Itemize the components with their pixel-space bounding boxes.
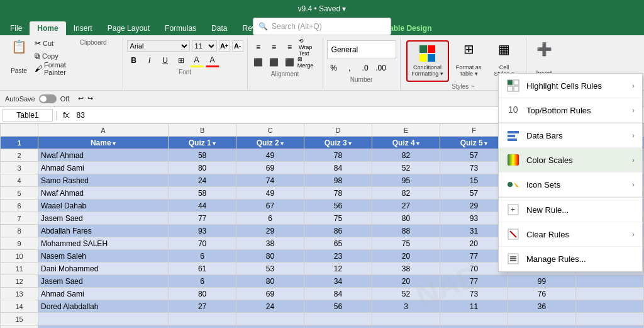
- wrap-text-button[interactable]: ⟲ Wrap Text: [299, 40, 313, 54]
- cut-button[interactable]: ✂ Cut: [33, 38, 68, 49]
- list-item[interactable]: [236, 325, 304, 329]
- tab-insert[interactable]: Insert: [66, 21, 100, 35]
- underline-button[interactable]: U: [158, 54, 172, 67]
- list-item[interactable]: 76: [508, 288, 575, 300]
- increase-font-button[interactable]: A+: [219, 40, 230, 52]
- list-item[interactable]: 69: [236, 162, 304, 174]
- list-item[interactable]: 61: [169, 263, 236, 275]
- list-item[interactable]: [169, 313, 236, 325]
- list-item[interactable]: 65: [304, 237, 372, 250]
- list-item[interactable]: 38: [236, 237, 304, 250]
- list-item[interactable]: Waael Dahab: [38, 200, 169, 212]
- align-top-center-button[interactable]: ≡: [267, 40, 281, 54]
- list-item[interactable]: Nwaf Ahmad: [38, 149, 169, 162]
- list-item[interactable]: Ahmad Sami: [38, 162, 169, 174]
- merge-center-button[interactable]: ⊠ Merge: [299, 55, 313, 69]
- list-item[interactable]: Dani Mohammed: [38, 263, 169, 275]
- list-item[interactable]: [575, 300, 643, 313]
- list-item[interactable]: [508, 313, 575, 325]
- list-item[interactable]: [236, 313, 304, 325]
- list-item[interactable]: 67: [236, 200, 304, 212]
- menu-highlight-cells[interactable]: Highlight Cells Rules ›: [499, 74, 642, 98]
- list-item[interactable]: 56: [304, 200, 372, 212]
- format-painter-button[interactable]: 🖌 Format Painter: [33, 63, 68, 74]
- list-item[interactable]: 29: [236, 225, 304, 237]
- menu-data-bars[interactable]: Data Bars ›: [499, 123, 642, 148]
- list-item[interactable]: 11: [440, 300, 508, 313]
- list-item[interactable]: [575, 313, 643, 325]
- list-item[interactable]: 38: [372, 263, 440, 275]
- list-item[interactable]: 70: [169, 237, 236, 250]
- list-item[interactable]: 3: [372, 300, 440, 313]
- increase-decimal-button[interactable]: .0: [358, 61, 372, 75]
- list-item[interactable]: Nwaf Ahmad: [38, 187, 169, 200]
- list-item[interactable]: 80: [236, 275, 304, 288]
- percent-button[interactable]: %: [327, 61, 341, 75]
- paste-button[interactable]: 📋 Paste: [6, 38, 31, 77]
- tab-formulas[interactable]: Formulas: [157, 21, 204, 35]
- list-item[interactable]: 6: [169, 250, 236, 263]
- list-item[interactable]: Quiz 3 ▾: [304, 137, 372, 149]
- col-header-c[interactable]: C: [236, 124, 304, 137]
- col-header-b[interactable]: B: [169, 124, 236, 137]
- list-item[interactable]: 86: [304, 225, 372, 237]
- filter-arrow-icon[interactable]: ▾: [347, 140, 352, 147]
- decrease-decimal-button[interactable]: .00: [374, 61, 388, 75]
- list-item[interactable]: 74: [236, 174, 304, 187]
- list-item[interactable]: [575, 275, 643, 288]
- list-item[interactable]: 88: [372, 225, 440, 237]
- list-item[interactable]: 24: [236, 300, 304, 313]
- list-item[interactable]: 52: [372, 162, 440, 174]
- list-item[interactable]: 44: [169, 200, 236, 212]
- align-top-right-button[interactable]: ≡: [283, 40, 297, 54]
- list-item[interactable]: [575, 288, 643, 300]
- list-item[interactable]: 52: [372, 288, 440, 300]
- list-item[interactable]: [508, 325, 575, 329]
- list-item[interactable]: 80: [236, 250, 304, 263]
- list-item[interactable]: 95: [372, 174, 440, 187]
- tab-file[interactable]: File: [3, 21, 30, 35]
- list-item[interactable]: [440, 313, 508, 325]
- filter-arrow-icon[interactable]: ▾: [279, 140, 284, 147]
- menu-color-scales[interactable]: Color Scales ›: [499, 148, 642, 172]
- list-item[interactable]: Abdallah Fares: [38, 225, 169, 237]
- list-item[interactable]: 12: [304, 263, 372, 275]
- list-item[interactable]: 69: [236, 288, 304, 300]
- col-header-e[interactable]: E: [372, 124, 440, 137]
- menu-manage-rules[interactable]: Manage Rules...: [499, 247, 642, 271]
- list-item[interactable]: [372, 313, 440, 325]
- list-item[interactable]: [372, 325, 440, 329]
- list-item[interactable]: 82: [372, 187, 440, 200]
- list-item[interactable]: Jasem Saed: [38, 212, 169, 225]
- font-name-select[interactable]: Arial: [127, 40, 190, 52]
- menu-top-bottom[interactable]: 10 Top/Bottom Rules ›: [499, 98, 642, 123]
- list-item[interactable]: 80: [169, 288, 236, 300]
- number-format-box[interactable]: General: [327, 40, 396, 59]
- list-item[interactable]: 80: [372, 212, 440, 225]
- border-button[interactable]: ⊞: [174, 54, 188, 67]
- menu-clear-rules[interactable]: Clear Rules ›: [499, 222, 642, 247]
- filter-arrow-icon[interactable]: ▾: [483, 140, 488, 147]
- list-item[interactable]: 77: [169, 212, 236, 225]
- align-left-button[interactable]: ⬛: [252, 55, 265, 69]
- align-right-button[interactable]: ⬛: [283, 55, 297, 69]
- autosave-toggle[interactable]: [39, 94, 57, 103]
- list-item[interactable]: 73: [440, 288, 508, 300]
- menu-new-rule[interactable]: + New Rule...: [499, 198, 642, 222]
- list-item[interactable]: [304, 325, 372, 329]
- list-item[interactable]: Dored Alabdallah: [38, 300, 169, 313]
- filter-arrow-icon[interactable]: ▾: [211, 140, 216, 147]
- list-item[interactable]: Ahmad Sami: [38, 288, 169, 300]
- list-item[interactable]: 84: [304, 288, 372, 300]
- list-item[interactable]: 6: [236, 212, 304, 225]
- list-item[interactable]: [169, 325, 236, 329]
- list-item[interactable]: 80: [169, 162, 236, 174]
- list-item[interactable]: 24: [169, 174, 236, 187]
- list-item[interactable]: 82: [372, 149, 440, 162]
- list-item[interactable]: 49: [236, 149, 304, 162]
- tab-page-layout[interactable]: Page Layout: [100, 21, 157, 35]
- list-item[interactable]: 75: [372, 237, 440, 250]
- col-header-a[interactable]: A: [38, 124, 169, 137]
- list-item[interactable]: 23: [304, 250, 372, 263]
- list-item[interactable]: Jasem Saed: [38, 275, 169, 288]
